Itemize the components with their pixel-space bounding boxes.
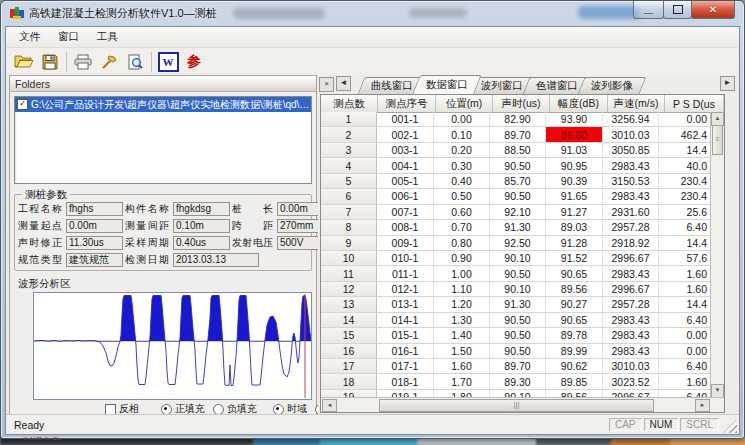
table-cell: 3023.52	[603, 374, 659, 388]
tab-scroll-left-button[interactable]: ◄	[336, 76, 351, 91]
app-icon	[10, 7, 24, 20]
maximize-button[interactable]	[663, 1, 692, 19]
scroll-right-arrow[interactable]: ►	[695, 399, 710, 412]
folders-pane-caption[interactable]: Folders	[10, 76, 316, 92]
title-bar[interactable]: 高铁建混凝土检测分析软件V1.0—测桩 — ✕	[1, 1, 744, 26]
vertical-scrollbar[interactable]: ▲ ≡ ▼	[710, 112, 724, 398]
tab-label: 波列窗口	[481, 79, 523, 93]
print-preview-button[interactable]	[122, 50, 148, 74]
table-row[interactable]: 1001-10.0082.9093.903256.940.00	[321, 112, 724, 127]
resize-grip[interactable]	[723, 419, 737, 433]
table-row[interactable]: 5005-10.4085.7090.393150.53230.4	[321, 174, 724, 189]
table-cell: 008-1	[377, 220, 434, 234]
tab-row: × ◄ 曲线窗口数据窗口波列窗口色谱窗口波列影像 ►	[318, 75, 737, 94]
table-row[interactable]: 15015-11.4090.5089.782983.430.00	[321, 328, 724, 343]
scroll-left-arrow[interactable]: ◄	[322, 399, 337, 412]
table-row[interactable]: 8008-10.7091.3089.032957.286.40	[321, 220, 724, 235]
table-cell: 1.60	[434, 359, 490, 373]
tab-数据窗口[interactable]: 数据窗口	[412, 75, 482, 94]
time-domain-radio[interactable]	[273, 404, 284, 415]
export-word-button[interactable]: W	[155, 50, 181, 74]
parameters-button[interactable]: 参	[181, 50, 207, 74]
table-row[interactable]: 12012-11.1090.1089.562996.671.60	[321, 282, 724, 297]
folder-checkbox[interactable]: ✓	[17, 99, 28, 110]
minimize-button[interactable]: —	[633, 1, 664, 19]
table-cell: 90.50	[490, 266, 546, 280]
open-file-button[interactable]	[11, 50, 37, 74]
table-cell: 91.28	[546, 236, 603, 250]
table-cell: 0.20	[434, 143, 490, 157]
table-cell: 12	[321, 282, 377, 296]
table-row[interactable]: 16016-11.5090.5089.992983.430.00	[321, 344, 724, 359]
scroll-up-arrow[interactable]: ▲	[711, 112, 724, 126]
menu-item-文件[interactable]: 文件	[10, 28, 49, 46]
column-header-6[interactable]: P S D(us	[665, 95, 724, 112]
tools-button[interactable]	[96, 50, 122, 74]
invert-checkbox[interactable]	[105, 404, 116, 415]
table-cell: 9	[321, 236, 377, 250]
table-row[interactable]: 2002-10.1089.7086.803010.03462.4	[321, 127, 724, 142]
table-row[interactable]: 9009-10.8092.5091.282918.9214.4	[321, 236, 724, 251]
column-header-2[interactable]: 位置(m)	[436, 95, 493, 112]
table-row[interactable]: 4004-10.3090.5090.952983.4340.0	[321, 158, 724, 173]
table-cell: 2996.67	[603, 251, 659, 265]
status-bar: Ready CAP NUM SCRL	[6, 414, 739, 434]
pane-close-button[interactable]: ×	[319, 77, 334, 92]
table-row[interactable]: 7007-10.6092.1091.272931.6025.6	[321, 205, 724, 220]
folder-path: G:\公司产品设计开发\超声仪器\超声仪实地检测数据\测桩\qd\qd03\qd…	[31, 98, 311, 112]
param-value: fhgkdsg	[173, 202, 230, 216]
menu-item-工具[interactable]: 工具	[88, 28, 127, 46]
table-cell: 11	[321, 266, 377, 280]
table-cell: 0.50	[434, 189, 490, 203]
table-cell: 0.40	[434, 174, 490, 188]
table-row[interactable]: 6006-10.5090.5091.652983.43230.4	[321, 189, 724, 204]
table-cell: 85.70	[490, 174, 546, 188]
table-cell: 4	[321, 158, 377, 172]
fill-negative-radio[interactable]	[213, 404, 224, 415]
tab-scroll-right-button[interactable]: ►	[720, 76, 735, 91]
table-cell: 2996.67	[603, 282, 659, 296]
param-label: 规范类型	[18, 253, 64, 267]
table-row[interactable]: 11011-11.0090.5090.652983.431.60	[321, 266, 724, 281]
column-header-4[interactable]: 幅度(dB)	[550, 95, 608, 112]
table-row[interactable]: 3003-10.2088.5091.033050.8514.4	[321, 143, 724, 158]
fill-positive-radio[interactable]	[161, 404, 172, 415]
table-row[interactable]: 18018-11.7089.3089.853023.521.60	[321, 374, 724, 389]
table-cell: 90.10	[490, 282, 546, 296]
table-row[interactable]: 10010-10.9090.1091.522996.6757.6	[321, 251, 724, 266]
column-header-5[interactable]: 声速(m/s)	[608, 95, 665, 112]
table-cell: 1.00	[434, 266, 490, 280]
waveform-plot[interactable]	[33, 292, 312, 400]
table-row[interactable]: 14014-11.3090.5090.652983.436.40	[321, 313, 724, 328]
table-cell: 0.80	[434, 236, 490, 250]
workspace: Folders ✓ G:\公司产品设计开发\超声仪器\超声仪实地检测数据\测桩\…	[6, 75, 739, 415]
tab-波列影像[interactable]: 波列影像	[578, 77, 647, 94]
column-header-1[interactable]: 测点序号	[378, 95, 436, 112]
print-button[interactable]	[70, 50, 96, 74]
table-cell: 013-1	[377, 297, 434, 311]
folder-list[interactable]: ✓ G:\公司产品设计开发\超声仪器\超声仪实地检测数据\测桩\qd\qd03\…	[14, 96, 312, 184]
menu-item-窗口[interactable]: 窗口	[49, 28, 88, 46]
param-label: 检测日期	[125, 253, 171, 267]
table-cell: 2918.92	[603, 236, 659, 250]
vertical-scroll-thumb[interactable]: ≡	[712, 125, 723, 155]
table-cell: 011-1	[377, 266, 434, 280]
column-header-3[interactable]: 声时(us)	[493, 95, 550, 112]
table-cell: 91.65	[546, 189, 603, 203]
client-area: 文件窗口工具	[5, 26, 740, 435]
scroll-down-arrow[interactable]: ▼	[711, 384, 724, 398]
table-row[interactable]: 17017-11.6089.7090.623010.036.40	[321, 359, 724, 374]
horizontal-scroll-thumb[interactable]: |||	[379, 399, 654, 412]
close-button[interactable]: ✕	[691, 1, 735, 19]
table-row[interactable]: 13013-11.2091.3090.272957.2814.4	[321, 297, 724, 312]
horizontal-scrollbar[interactable]: ◄ ||| ►	[321, 397, 724, 412]
table-cell: 90.65	[546, 266, 603, 280]
param-label: 跨 距	[232, 219, 275, 233]
param-label: 采样周期	[125, 236, 171, 250]
column-header-0[interactable]: 测点数	[321, 95, 378, 112]
save-button[interactable]	[37, 50, 63, 74]
folder-list-item[interactable]: ✓ G:\公司产品设计开发\超声仪器\超声仪实地检测数据\测桩\qd\qd03\…	[15, 97, 311, 112]
table-cell: 2	[321, 127, 377, 141]
param-value: 0.40us	[173, 236, 230, 250]
table-cell: 1.30	[434, 313, 490, 327]
